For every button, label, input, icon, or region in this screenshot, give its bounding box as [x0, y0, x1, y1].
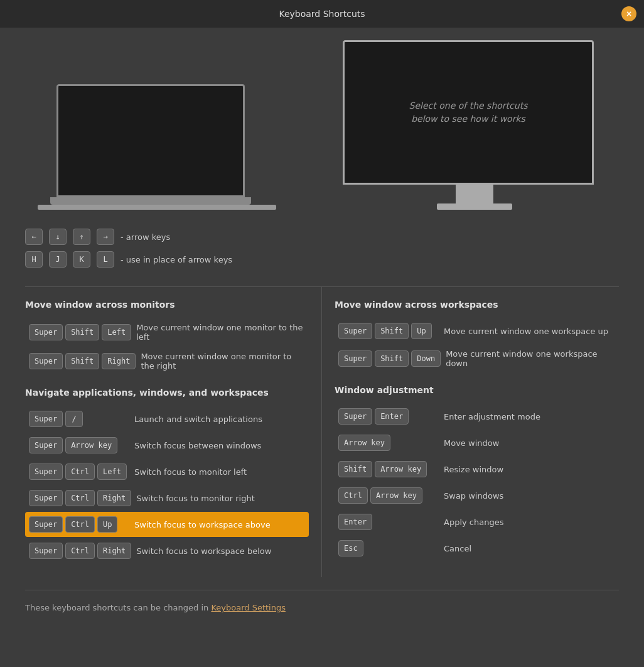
key-l: L [97, 251, 114, 268]
monitors-illustration: Select one of the shortcutsbelow to see … [25, 40, 619, 210]
key-shift: Shift [375, 350, 409, 367]
shortcut-move-workspace-down[interactable]: Super Shift Down Move current window one… [335, 345, 619, 372]
desc-focus-workspace-above: Switch focus to workspace above [134, 520, 305, 529]
keys-enter: Enter [338, 514, 439, 530]
keys-shift-arrow: Shift Arrow key [338, 461, 439, 477]
shortcut-focus-windows[interactable]: Super Arrow key Switch focus between win… [25, 433, 309, 458]
laptop-illustration [38, 84, 264, 210]
title-bar: Keyboard Shortcuts × [0, 0, 644, 28]
keys-arrow-key: Arrow key [338, 435, 439, 451]
key-ctrl: Ctrl [65, 490, 95, 506]
monitor-hint-text: Select one of the shortcutsbelow to see … [409, 99, 528, 126]
key-down-arrow: ↓ [49, 229, 67, 245]
keys-super-ctrl-right-2: Super Ctrl Right [29, 543, 131, 559]
key-shift: Shift [338, 461, 372, 477]
window-adjustment-title: Window adjustment [335, 385, 619, 395]
key-arrow-key: Arrow key [338, 435, 390, 451]
desc-enter-adjustment: Enter adjustment mode [444, 412, 615, 421]
keys-super-ctrl-right: Super Ctrl Right [29, 490, 131, 506]
shortcut-cancel[interactable]: Esc Cancel [335, 536, 619, 561]
key-arrow-key: Arrow key [375, 461, 427, 477]
desc-cancel: Cancel [444, 544, 615, 553]
shortcut-enter-adjustment[interactable]: Super Enter Enter adjustment mode [335, 404, 619, 429]
key-h: H [25, 251, 43, 268]
desc-move-workspace-up: Move current window one workspace up [444, 327, 615, 336]
window-adjustment-section: Window adjustment Super Enter Enter adju… [335, 385, 619, 561]
right-shortcuts-column: Move window across workspaces Super Shif… [322, 287, 619, 577]
keys-legend: ← ↓ ↑ → - arrow keys H J K L - use in pl… [25, 229, 619, 268]
shortcut-resize-window[interactable]: Shift Arrow key Resize window [335, 457, 619, 482]
key-left-arrow: ← [25, 229, 43, 245]
footer-text: These keyboard shortcuts can be changed … [25, 603, 211, 612]
key-right: Right [97, 543, 131, 559]
hjkl-keys-label: - use in place of arrow keys [121, 255, 232, 264]
monitor-stand [437, 203, 512, 210]
arrow-keys-label: - arrow keys [121, 232, 170, 242]
close-button[interactable]: × [621, 6, 636, 21]
key-left: Left [97, 464, 127, 480]
monitor-illustration: Select one of the shortcutsbelow to see … [343, 40, 606, 210]
keyboard-settings-link[interactable]: Keyboard Settings [211, 603, 286, 612]
key-enter: Enter [338, 514, 372, 530]
shortcut-move-workspace-up[interactable]: Super Shift Up Move current window one w… [335, 318, 619, 344]
main-content: Select one of the shortcutsbelow to see … [0, 28, 644, 631]
shortcuts-grid: Move window across monitors Super Shift … [25, 286, 619, 577]
shortcut-focus-monitor-left[interactable]: Super Ctrl Left Switch focus to monitor … [25, 459, 309, 484]
key-super: Super [338, 323, 372, 339]
keys-super-arrow: Super Arrow key [29, 437, 129, 453]
shortcut-launch-apps[interactable]: Super / Launch and switch applications [25, 406, 309, 431]
desc-apply-changes: Apply changes [444, 518, 615, 527]
shortcut-focus-workspace-below[interactable]: Super Ctrl Right Switch focus to workspa… [25, 538, 309, 563]
keys-super-enter: Super Enter [338, 408, 439, 425]
shortcut-swap-windows[interactable]: Ctrl Arrow key Swap windows [335, 483, 619, 508]
shortcut-move-window[interactable]: Arrow key Move window [335, 430, 619, 455]
key-super: Super [338, 408, 372, 425]
move-workspaces-title: Move window across workspaces [335, 300, 619, 310]
shortcut-move-monitor-left[interactable]: Super Shift Left Move current window one… [25, 318, 309, 346]
left-shortcuts-column: Move window across monitors Super Shift … [25, 287, 322, 577]
hjkl-keys-row: H J K L - use in place of arrow keys [25, 251, 619, 268]
key-shift: Shift [375, 323, 409, 339]
monitor-neck [456, 185, 493, 203]
navigate-apps-section: Navigate applications, windows, and work… [25, 388, 309, 563]
key-up: Up [97, 516, 117, 533]
desc-move-window: Move window [444, 438, 615, 448]
shortcut-focus-workspace-above[interactable]: Super Ctrl Up Switch focus to workspace … [25, 512, 309, 537]
key-slash: / [65, 411, 83, 427]
move-workspaces-section: Move window across workspaces Super Shif… [335, 300, 619, 372]
key-super: Super [29, 353, 63, 369]
shortcut-move-monitor-right[interactable]: Super Shift Right Move current window on… [25, 347, 309, 375]
key-shift: Shift [65, 353, 99, 369]
keys-super-ctrl-left: Super Ctrl Left [29, 464, 129, 480]
key-ctrl: Ctrl [65, 464, 95, 480]
keys-super-shift-right: Super Shift Right [29, 353, 136, 369]
key-k: K [73, 251, 90, 268]
keys-super-ctrl-up: Super Ctrl Up [29, 516, 129, 533]
shortcut-focus-monitor-right[interactable]: Super Ctrl Right Switch focus to monitor… [25, 485, 309, 511]
key-j: J [49, 251, 67, 268]
dialog-title: Keyboard Shortcuts [279, 9, 365, 19]
shortcut-apply-changes[interactable]: Enter Apply changes [335, 509, 619, 534]
monitor-screen: Select one of the shortcutsbelow to see … [343, 40, 594, 185]
key-super: Super [29, 543, 63, 559]
key-up-arrow: ↑ [73, 229, 90, 245]
key-up: Up [411, 323, 431, 339]
key-super: Super [29, 411, 63, 427]
move-monitors-title: Move window across monitors [25, 300, 309, 310]
footer: These keyboard shortcuts can be changed … [25, 590, 619, 612]
key-super: Super [29, 464, 63, 480]
desc-swap-windows: Swap windows [444, 491, 615, 501]
desc-move-workspace-down: Move current window one workspace down [446, 349, 615, 368]
desc-move-monitor-right: Move current window one monitor to the r… [141, 352, 305, 371]
navigate-apps-title: Navigate applications, windows, and work… [25, 388, 309, 398]
keys-esc: Esc [338, 540, 439, 556]
key-shift: Shift [65, 324, 99, 340]
keys-ctrl-arrow: Ctrl Arrow key [338, 487, 439, 504]
desc-move-monitor-left: Move current window one monitor to the l… [136, 323, 305, 342]
key-ctrl: Ctrl [65, 543, 95, 559]
key-arrow-key: Arrow key [65, 437, 117, 453]
desc-focus-windows: Switch focus between windows [134, 441, 305, 450]
key-esc: Esc [338, 540, 363, 556]
desc-focus-workspace-below: Switch focus to workspace below [136, 546, 305, 556]
laptop-base [50, 197, 251, 205]
